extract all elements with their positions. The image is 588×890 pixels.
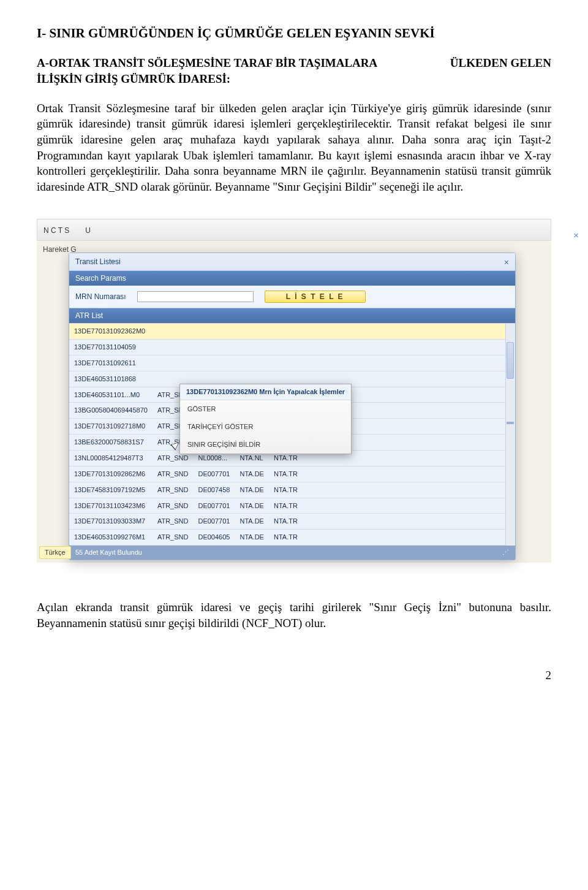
table-cell: ATR_SND (153, 514, 194, 530)
table-cell: ATR_SND (153, 482, 194, 498)
table-cell: ATR_SND (153, 466, 194, 482)
table-cell: ATR_SND (153, 530, 194, 546)
table-cell: 13DE460531101868 (69, 371, 153, 387)
transit-list-modal: Transit Listesi × Search Params MRN Numa… (69, 253, 516, 560)
ctx-item-tarihce[interactable]: TARİHÇEYİ GÖSTER (180, 418, 351, 436)
table-cell: NTA.TR (269, 514, 303, 530)
table-cell (269, 340, 303, 356)
table-row[interactable]: 13DE770131103423M6ATR_SNDDE007701NTA.DEN… (69, 498, 515, 514)
grid-footer: 55 Adet Kayıt Bulundu ⋰ (69, 546, 515, 560)
table-row[interactable]: 13DE770131104059 (69, 340, 515, 356)
ctx-item-goster[interactable]: GÖSTER (180, 400, 351, 418)
table-cell: NTA.DE (235, 466, 269, 482)
table-cell: 13DE460531101...M0 (69, 387, 153, 403)
ctx-item-sinir-gecisi[interactable]: SINIR GEÇİŞİNİ BİLDİR (180, 436, 351, 454)
embedded-screenshot: N C T S U × Hareket G Transit Listesi × … (37, 219, 551, 562)
table-cell (303, 355, 515, 371)
grid-scrollbar[interactable] (505, 324, 515, 546)
modal-title: Transit Listesi (69, 253, 515, 271)
table-cell: 13BE632000758831S7 (69, 435, 153, 451)
table-cell (269, 324, 303, 339)
table-cell (193, 324, 235, 339)
table-cell (303, 466, 515, 482)
bg-tab-ncts[interactable]: N C T S (43, 226, 69, 237)
table-cell (303, 482, 515, 498)
subheading-row: A-ORTAK TRANSİT SÖLEŞMESİNE TARAF BİR TA… (37, 55, 551, 86)
table-cell: NTA.TR (269, 498, 303, 514)
context-menu-title: 13DE770131092362M0 Mrn İçin Yapıalcak İş… (180, 384, 351, 400)
table-cell (235, 324, 269, 339)
table-cell (193, 340, 235, 356)
table-cell (303, 514, 515, 530)
table-cell (235, 355, 269, 371)
table-cell (303, 498, 515, 514)
table-row[interactable]: 13DE770131093033M7ATR_SNDDE007701NTA.DEN… (69, 514, 515, 530)
table-cell: 13BG005804069445870 (69, 403, 153, 419)
record-count-label: 55 Adet Kayıt Bulundu (75, 548, 142, 557)
table-cell: 13DE770131092862M6 (69, 466, 153, 482)
scrollbar-marker (507, 422, 514, 424)
mrn-input[interactable] (137, 291, 254, 302)
table-cell: 13DE770131093033M7 (69, 514, 153, 530)
table-cell: 13DE770131092611 (69, 355, 153, 371)
body-paragraph-2: Açılan ekranda transit gümrük idaresi ve… (37, 599, 551, 631)
table-cell: NTA.DE (235, 514, 269, 530)
subheading-left: A-ORTAK TRANSİT SÖLEŞMESİNE TARAF BİR TA… (37, 55, 410, 86)
table-row[interactable]: 13DE770131092862M6ATR_SNDDE007701NTA.DEN… (69, 466, 515, 482)
table-cell: 13DE460531099276M1 (69, 530, 153, 546)
table-cell: NTA.TR (269, 466, 303, 482)
table-cell: 13DE770131104059 (69, 340, 153, 356)
table-cell (153, 340, 194, 356)
background-window-tabbar: N C T S U × (37, 219, 551, 241)
search-params-header: Search Params (69, 271, 515, 286)
table-cell (235, 340, 269, 356)
table-cell (269, 355, 303, 371)
modal-close-icon[interactable]: × (504, 257, 509, 268)
search-row: MRN Numarası L İ S T E L E (69, 286, 515, 308)
body-paragraph-1: Ortak Transit Sözleşmesine taraf bir ülk… (37, 101, 551, 195)
table-cell (153, 324, 194, 339)
table-cell: 13NL000854129487T3 (69, 450, 153, 466)
table-cell: DE004605 (193, 530, 235, 546)
bg-tab-u[interactable]: U (85, 226, 91, 237)
table-cell (303, 324, 515, 339)
table-row[interactable]: 13DE770131092611 (69, 355, 515, 371)
context-menu: 13DE770131092362M0 Mrn İçin Yapıalcak İş… (179, 384, 352, 454)
table-row[interactable]: 13DE745831097192M5ATR_SNDDE007458NTA.DEN… (69, 482, 515, 498)
table-cell (193, 355, 235, 371)
table-cell (303, 530, 515, 546)
table-cell: 13DE770131092718M0 (69, 419, 153, 435)
language-label: Türkçe (45, 549, 66, 556)
table-cell: 13DE745831097192M5 (69, 482, 153, 498)
language-chip[interactable]: Türkçe (39, 546, 71, 559)
table-cell: DE007701 (193, 514, 235, 530)
scrollbar-thumb[interactable] (507, 342, 514, 379)
table-cell (153, 355, 194, 371)
table-cell: NTA.DE (235, 482, 269, 498)
close-icon[interactable]: × (573, 229, 579, 242)
page-number: 2 (37, 668, 551, 683)
table-cell: DE007701 (193, 466, 235, 482)
table-cell: NTA.DE (235, 530, 269, 546)
table-cell (303, 340, 515, 356)
table-cell: 13DE770131092362M0 (69, 324, 153, 339)
table-cell: 13DE770131103423M6 (69, 498, 153, 514)
subheading-right: ÜLKEDEN GELEN (450, 55, 551, 86)
table-cell: NTA.TR (269, 530, 303, 546)
table-cell: DE007701 (193, 498, 235, 514)
table-row[interactable]: 13DE770131092362M0 (69, 324, 515, 339)
page-heading: I- SINIR GÜMRÜĞÜNDEN İÇ GÜMRÜĞE GELEN EŞ… (37, 25, 551, 42)
table-row[interactable]: 13DE460531099276M1ATR_SNDDE004605NTA.DEN… (69, 530, 515, 546)
table-cell: DE007458 (193, 482, 235, 498)
table-cell: NTA.DE (235, 498, 269, 514)
atr-grid: 13DE770131092362M013DE77013110405913DE77… (69, 323, 515, 546)
resize-grip-icon[interactable]: ⋰ (502, 548, 509, 557)
mrn-label: MRN Numarası (75, 292, 126, 302)
table-cell: NTA.TR (269, 482, 303, 498)
atr-list-header: ATR List (69, 308, 515, 323)
table-cell: ATR_SND (153, 498, 194, 514)
listele-button[interactable]: L İ S T E L E (265, 291, 366, 303)
